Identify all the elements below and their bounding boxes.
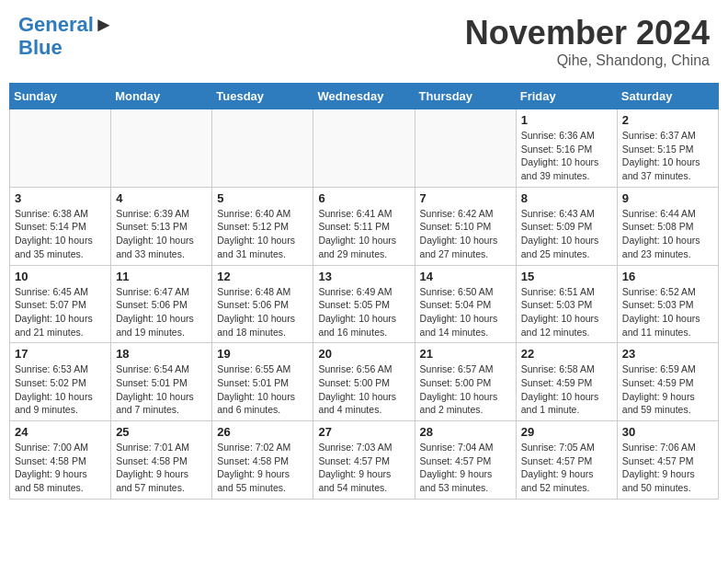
weekday-header: Wednesday (313, 84, 415, 109)
calendar-week-row: 1Sunrise: 6:36 AM Sunset: 5:16 PM Daylig… (10, 109, 719, 188)
calendar-cell: 19Sunrise: 6:55 AM Sunset: 5:01 PM Dayli… (212, 343, 313, 421)
calendar-cell: 11Sunrise: 6:47 AM Sunset: 5:06 PM Dayli… (111, 265, 212, 343)
calendar-week-row: 10Sunrise: 6:45 AM Sunset: 5:07 PM Dayli… (10, 265, 719, 343)
day-info: Sunrise: 7:03 AM Sunset: 4:57 PM Dayligh… (318, 441, 409, 495)
calendar-cell (212, 109, 313, 188)
day-info: Sunrise: 6:36 AM Sunset: 5:16 PM Dayligh… (521, 129, 612, 183)
calendar-cell: 13Sunrise: 6:49 AM Sunset: 5:05 PM Dayli… (313, 265, 415, 343)
day-number: 22 (521, 347, 612, 361)
day-number: 15 (521, 270, 612, 283)
calendar-cell: 4Sunrise: 6:39 AM Sunset: 5:13 PM Daylig… (111, 187, 212, 265)
calendar-cell: 21Sunrise: 6:57 AM Sunset: 5:00 PM Dayli… (415, 343, 516, 421)
weekday-header: Tuesday (212, 84, 313, 109)
day-number: 21 (420, 347, 511, 361)
calendar-cell: 22Sunrise: 6:58 AM Sunset: 4:59 PM Dayli… (516, 343, 617, 421)
day-number: 23 (622, 347, 713, 361)
day-number: 4 (116, 191, 207, 205)
day-info: Sunrise: 6:48 AM Sunset: 5:06 PM Dayligh… (217, 285, 308, 339)
calendar-cell: 20Sunrise: 6:56 AM Sunset: 5:00 PM Dayli… (313, 343, 415, 421)
day-info: Sunrise: 6:56 AM Sunset: 5:00 PM Dayligh… (318, 362, 409, 417)
calendar-cell (111, 109, 212, 188)
day-number: 25 (116, 425, 207, 439)
calendar-cell (313, 109, 415, 188)
day-info: Sunrise: 6:42 AM Sunset: 5:10 PM Dayligh… (420, 207, 511, 261)
calendar-cell: 1Sunrise: 6:36 AM Sunset: 5:16 PM Daylig… (516, 109, 617, 188)
calendar-cell: 3Sunrise: 6:38 AM Sunset: 5:14 PM Daylig… (10, 187, 111, 265)
calendar-cell: 16Sunrise: 6:52 AM Sunset: 5:03 PM Dayli… (617, 265, 718, 343)
day-info: Sunrise: 6:41 AM Sunset: 5:11 PM Dayligh… (318, 207, 409, 261)
calendar-cell: 5Sunrise: 6:40 AM Sunset: 5:12 PM Daylig… (212, 187, 313, 265)
weekday-header: Saturday (617, 84, 718, 109)
calendar-week-row: 24Sunrise: 7:00 AM Sunset: 4:58 PM Dayli… (10, 421, 719, 500)
day-number: 6 (318, 191, 409, 205)
calendar-cell: 30Sunrise: 7:06 AM Sunset: 4:57 PM Dayli… (617, 421, 718, 500)
day-number: 13 (318, 270, 409, 283)
calendar-cell: 29Sunrise: 7:05 AM Sunset: 4:57 PM Dayli… (516, 421, 617, 500)
day-number: 16 (622, 270, 713, 283)
day-info: Sunrise: 6:49 AM Sunset: 5:05 PM Dayligh… (318, 285, 409, 339)
day-number: 10 (15, 270, 106, 283)
day-info: Sunrise: 6:44 AM Sunset: 5:08 PM Dayligh… (622, 207, 713, 261)
calendar-cell: 18Sunrise: 6:54 AM Sunset: 5:01 PM Dayli… (111, 343, 212, 421)
calendar-cell: 14Sunrise: 6:50 AM Sunset: 5:04 PM Dayli… (415, 265, 516, 343)
location-subtitle: Qihe, Shandong, China (465, 52, 710, 69)
weekday-header: Monday (111, 84, 212, 109)
day-info: Sunrise: 6:57 AM Sunset: 5:00 PM Dayligh… (420, 362, 511, 417)
day-info: Sunrise: 6:50 AM Sunset: 5:04 PM Dayligh… (420, 285, 511, 339)
calendar-cell (10, 109, 111, 188)
day-number: 14 (420, 270, 511, 283)
day-info: Sunrise: 6:55 AM Sunset: 5:01 PM Dayligh… (217, 362, 308, 417)
day-info: Sunrise: 7:00 AM Sunset: 4:58 PM Dayligh… (15, 441, 106, 495)
day-info: Sunrise: 7:02 AM Sunset: 4:58 PM Dayligh… (217, 441, 308, 495)
calendar-cell: 6Sunrise: 6:41 AM Sunset: 5:11 PM Daylig… (313, 187, 415, 265)
logo-blue: Blue (18, 36, 63, 59)
day-info: Sunrise: 6:51 AM Sunset: 5:03 PM Dayligh… (521, 285, 612, 339)
month-title: November 2024 (465, 14, 710, 52)
day-info: Sunrise: 6:37 AM Sunset: 5:15 PM Dayligh… (622, 129, 713, 183)
day-info: Sunrise: 6:58 AM Sunset: 4:59 PM Dayligh… (521, 362, 612, 417)
calendar-cell: 15Sunrise: 6:51 AM Sunset: 5:03 PM Dayli… (516, 265, 617, 343)
day-number: 2 (622, 113, 713, 127)
day-number: 28 (420, 425, 511, 439)
day-number: 5 (217, 191, 308, 205)
calendar-cell: 28Sunrise: 7:04 AM Sunset: 4:57 PM Dayli… (415, 421, 516, 500)
calendar-cell: 26Sunrise: 7:02 AM Sunset: 4:58 PM Dayli… (212, 421, 313, 500)
calendar-cell: 8Sunrise: 6:43 AM Sunset: 5:09 PM Daylig… (516, 187, 617, 265)
weekday-header-row: SundayMondayTuesdayWednesdayThursdayFrid… (10, 84, 719, 109)
calendar-week-row: 3Sunrise: 6:38 AM Sunset: 5:14 PM Daylig… (10, 187, 719, 265)
calendar-cell: 17Sunrise: 6:53 AM Sunset: 5:02 PM Dayli… (10, 343, 111, 421)
day-number: 3 (15, 191, 106, 205)
day-info: Sunrise: 6:45 AM Sunset: 5:07 PM Dayligh… (15, 285, 106, 339)
day-info: Sunrise: 7:06 AM Sunset: 4:57 PM Dayligh… (622, 441, 713, 495)
day-info: Sunrise: 6:40 AM Sunset: 5:12 PM Dayligh… (217, 207, 308, 261)
day-number: 12 (217, 270, 308, 283)
day-info: Sunrise: 6:43 AM Sunset: 5:09 PM Dayligh… (521, 207, 612, 261)
day-info: Sunrise: 6:54 AM Sunset: 5:01 PM Dayligh… (116, 362, 207, 417)
day-number: 26 (217, 425, 308, 439)
day-info: Sunrise: 6:53 AM Sunset: 5:02 PM Dayligh… (15, 362, 106, 417)
day-number: 24 (15, 425, 106, 439)
day-info: Sunrise: 6:38 AM Sunset: 5:14 PM Dayligh… (15, 207, 106, 261)
day-number: 9 (622, 191, 713, 205)
day-info: Sunrise: 7:05 AM Sunset: 4:57 PM Dayligh… (521, 441, 612, 495)
page-header: General► Blue November 2024 Qihe, Shando… (9, 9, 719, 74)
day-number: 8 (521, 191, 612, 205)
title-block: November 2024 Qihe, Shandong, China (465, 14, 710, 69)
day-number: 19 (217, 347, 308, 361)
calendar-cell: 23Sunrise: 6:59 AM Sunset: 4:59 PM Dayli… (617, 343, 718, 421)
day-number: 7 (420, 191, 511, 205)
day-number: 20 (318, 347, 409, 361)
calendar-cell: 10Sunrise: 6:45 AM Sunset: 5:07 PM Dayli… (10, 265, 111, 343)
calendar-cell: 7Sunrise: 6:42 AM Sunset: 5:10 PM Daylig… (415, 187, 516, 265)
day-number: 11 (116, 270, 207, 283)
calendar-week-row: 17Sunrise: 6:53 AM Sunset: 5:02 PM Dayli… (10, 343, 719, 421)
weekday-header: Thursday (415, 84, 516, 109)
logo-text: General► (18, 14, 114, 36)
day-info: Sunrise: 6:59 AM Sunset: 4:59 PM Dayligh… (622, 362, 713, 417)
day-info: Sunrise: 6:47 AM Sunset: 5:06 PM Dayligh… (116, 285, 207, 339)
calendar-cell (415, 109, 516, 188)
calendar-cell: 2Sunrise: 6:37 AM Sunset: 5:15 PM Daylig… (617, 109, 718, 188)
calendar-cell: 12Sunrise: 6:48 AM Sunset: 5:06 PM Dayli… (212, 265, 313, 343)
day-info: Sunrise: 7:01 AM Sunset: 4:58 PM Dayligh… (116, 441, 207, 495)
calendar-cell: 25Sunrise: 7:01 AM Sunset: 4:58 PM Dayli… (111, 421, 212, 500)
